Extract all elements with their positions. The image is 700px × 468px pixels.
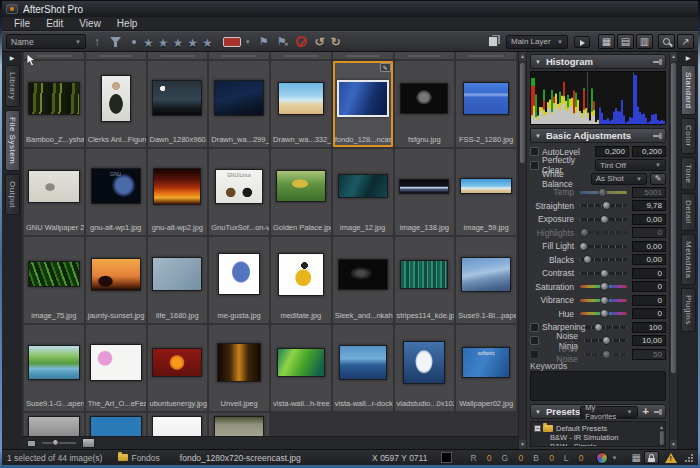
image-cell-unveil-jpeg[interactable]: Unveil.jpeg	[209, 325, 269, 411]
image-cell-gnutuxsof-on-v1-jpg[interactable]: GNU/LinuxGnuTuxSof...on-v1.jpg	[209, 149, 269, 235]
image-view-button[interactable]: ▥	[636, 34, 653, 49]
value-autolevel-low[interactable]: 0,200	[595, 146, 629, 157]
scroll-down-icon[interactable]: ▼	[519, 440, 526, 449]
tab-file-system[interactable]: File System	[5, 110, 20, 171]
value-sharpening[interactable]: 100	[632, 322, 666, 333]
image-cell-bamboo-z-ysha-jpg[interactable]: Bamboo_Z...ysha.jpg	[24, 61, 84, 147]
layers-icon[interactable]	[488, 36, 498, 47]
star-icon-4[interactable]: ★	[187, 36, 198, 50]
image-cell[interactable]	[209, 52, 269, 59]
presets-scrollbar-thumb[interactable]	[660, 431, 664, 445]
slider-knob-blacks[interactable]	[583, 255, 592, 264]
presets-dropdown[interactable]: My Favorites ▼	[580, 406, 637, 418]
image-cell-fsfgnu-jpg[interactable]: fsfgnu.jpg	[395, 61, 455, 147]
image-cell-clerks-ani-figure-jpg[interactable]: Clerks Ani...Figure.jpg	[86, 61, 146, 147]
checkbox-perfectly-clear[interactable]	[530, 161, 539, 170]
value-noise-ninja[interactable]: 10,00	[632, 335, 666, 346]
star-icon-2[interactable]: ★	[158, 36, 169, 50]
image-cell-drawn-wa-299-jpg[interactable]: Drawn_wa...299_.jpg	[209, 61, 269, 147]
slider-knob-sharpening[interactable]	[594, 323, 603, 332]
white-balance-picker-icon[interactable]: ✎	[650, 173, 666, 185]
scroll-down-icon[interactable]: ▼	[670, 440, 677, 449]
browse-view-button[interactable]: ▤	[617, 34, 634, 49]
menu-help[interactable]: Help	[109, 18, 146, 29]
image-cell-ubuntuenergy-jpg[interactable]: ubuntuenergy.jpg	[148, 325, 208, 411]
slider-straighten[interactable]	[580, 204, 627, 207]
image-cell[interactable]	[209, 413, 269, 436]
slider-knob-fill-light[interactable]	[579, 242, 588, 251]
magnifier-button[interactable]	[658, 34, 675, 49]
slider-vibrance[interactable]	[580, 299, 627, 302]
collapse-icon[interactable]: ▼	[535, 59, 541, 65]
resize-grip[interactable]	[685, 454, 693, 462]
image-cell-image-12-jpg[interactable]: image_12.jpg	[333, 149, 393, 235]
tab-plugins[interactable]: Plugins	[681, 288, 696, 332]
flag-pick-icon[interactable]: ⚑	[259, 36, 269, 47]
tab-color[interactable]: Color	[681, 118, 696, 154]
panel-scrollbar-thumb[interactable]	[671, 63, 676, 373]
pin-icon[interactable]	[654, 411, 661, 413]
scroll-up-icon[interactable]: ▲	[519, 52, 526, 61]
slider-exposure[interactable]	[580, 218, 627, 221]
menu-file[interactable]: File	[6, 18, 38, 29]
pin-icon[interactable]	[653, 135, 661, 137]
panel-scrollbar[interactable]: ▲ ▼	[669, 52, 678, 449]
rotate-left-icon[interactable]: ↺	[315, 35, 325, 49]
value-blacks[interactable]: 0,00	[632, 254, 666, 265]
slider-knob-saturation[interactable]	[600, 282, 609, 291]
star-icon-5[interactable]: ★	[202, 36, 213, 50]
image-cell-gnu-alt-wp1-jpg[interactable]: GNUgnu-alt-wp1.jpg	[86, 149, 146, 235]
dropdown-white-balance[interactable]: As Shot▼	[591, 173, 647, 185]
image-cell-golden-palace-jpg[interactable]: Golden Palace.jpg	[271, 149, 331, 235]
image-cell-life-1680-jpg[interactable]: life_1680.jpg	[148, 237, 208, 323]
sort-dropdown[interactable]: Name ▼	[6, 34, 86, 49]
thumbnail-size-knob[interactable]	[52, 439, 59, 446]
rotate-right-icon[interactable]: ↻	[331, 35, 341, 49]
slider-raw-noise[interactable]	[584, 353, 627, 356]
image-cell-gnu-alt-wp2-jpg[interactable]: gnu-alt-wp2.jpg	[148, 149, 208, 235]
color-management-icon[interactable]	[596, 452, 608, 464]
image-cell-image-59-jpg[interactable]: image_59.jpg	[456, 149, 516, 235]
slider-highlights[interactable]	[580, 231, 627, 234]
tab-detail[interactable]: Detail	[681, 193, 696, 230]
clear-rating-dot-icon[interactable]	[132, 40, 136, 44]
checkbox-raw-noise[interactable]	[530, 350, 539, 359]
tab-metadata[interactable]: Metadata	[681, 234, 696, 285]
slider-knob-exposure[interactable]	[600, 215, 609, 224]
lock-button[interactable]	[644, 451, 659, 464]
strip-collapse-icon[interactable]: ▶	[10, 54, 15, 61]
image-cell[interactable]	[395, 52, 455, 59]
presets-header[interactable]: ▼ Presets My Favorites ▼ +	[530, 404, 666, 419]
image-cell-vista-wall-h-tree-jpg[interactable]: vista-wall...h-tree.jpg	[271, 325, 331, 411]
slider-knob-highlights[interactable]	[580, 228, 589, 237]
slider-knob-raw-noise[interactable]	[602, 350, 611, 359]
slider-knob-vibrance[interactable]	[600, 296, 609, 305]
image-cell-wallpaper02-jpg[interactable]: softonicWallpaper02.jpg	[456, 325, 516, 411]
filter-funnel-icon[interactable]	[109, 36, 122, 48]
color-label-chevron-icon[interactable]: ▼	[245, 39, 251, 45]
tab-standard[interactable]: Standard	[681, 65, 696, 115]
slider-knob-noise-ninja[interactable]	[602, 336, 611, 345]
slider-contrast[interactable]	[580, 272, 627, 275]
slider-blacks[interactable]	[580, 258, 627, 261]
proof-grid-icon[interactable]: ▦	[632, 453, 641, 463]
image-cell[interactable]	[333, 52, 393, 59]
image-cell-jaunty-sunset-jpg[interactable]: jaunty-sunset.jpg	[86, 237, 146, 323]
image-cell-gnu-wallpaper-2-jpg[interactable]: GNU Wallpaper 2.jpg	[24, 149, 84, 235]
slideshow-icon[interactable]	[574, 36, 590, 48]
image-cell-stripes114-kde-jpg[interactable]: stripes114_kde.jpg	[395, 237, 455, 323]
value-exposure[interactable]: 0,00	[632, 214, 666, 225]
slider-knob-temp[interactable]	[598, 188, 607, 197]
keywords-input[interactable]	[530, 371, 666, 401]
scroll-up-icon[interactable]: ▲	[670, 52, 677, 61]
checkbox-noise-ninja[interactable]	[530, 336, 539, 345]
collapse-icon[interactable]: ▼	[535, 133, 541, 139]
checkbox-autolevel[interactable]	[530, 147, 539, 156]
image-cell[interactable]	[148, 52, 208, 59]
thumbnail-view-button[interactable]: ▦	[598, 34, 615, 49]
image-cell-image-138-jpg[interactable]: image_138.jpg	[395, 149, 455, 235]
image-cell-vista-wall-r-dock-jpg[interactable]: vista-wall...r-dock.jpg	[333, 325, 393, 411]
thumbnail-size-slider[interactable]	[42, 442, 76, 444]
strip-collapse-icon[interactable]: ▶	[686, 54, 691, 61]
add-preset-button[interactable]: +	[643, 406, 649, 417]
